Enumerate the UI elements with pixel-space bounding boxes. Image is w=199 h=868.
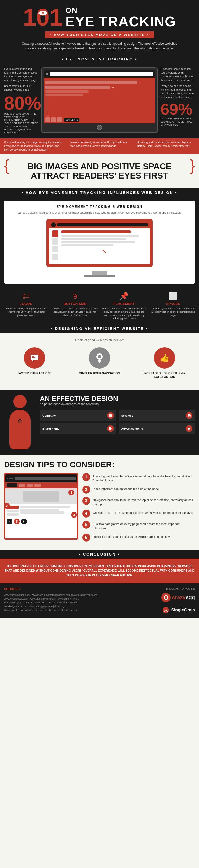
goals-text: Goals of good web design include: xyxy=(4,338,195,342)
main-line-5 xyxy=(61,244,113,246)
percent-69-label: OF USERS' TIME IS SPENT LOOKING AT THE L… xyxy=(161,117,195,127)
emt-section-header: • EYE MOVEMENT TRACKING • xyxy=(0,55,199,63)
gear-icon: ⚙ xyxy=(17,417,23,425)
tag-icon xyxy=(109,427,112,431)
svg-rect-5 xyxy=(32,356,34,357)
effective-item2-label: Services xyxy=(121,414,133,417)
singlegrain-wordmark: SingleGrain xyxy=(171,608,195,613)
website-mock: 1 2 xyxy=(4,473,78,540)
goal3-label: INCREASED USER RETURN & SATISFACTION xyxy=(134,371,195,379)
bottom-bar: COMMENTS xyxy=(45,117,154,122)
sidebar-icon3 xyxy=(52,246,58,252)
effective-right: AN EFFECTIVE DESIGN helps increase aware… xyxy=(40,395,195,434)
brought-by: BROUGHT TO YOU BY: xyxy=(166,587,195,590)
content-line1 xyxy=(20,505,70,508)
sources-title: SOURCES: xyxy=(4,587,137,591)
how-section-inner: EYE MOVEMENT TRACKING & WEB DESIGN Vario… xyxy=(4,201,195,283)
title-row: 101 ON EYE TRACKING xyxy=(3,5,196,29)
emt-left-note1: Eye movement tracking refers to the comp… xyxy=(4,67,38,82)
monitor-main-content: ↖ xyxy=(61,230,148,262)
curly-braces-row: { BIG IMAGES AND POSITIVE SPACE ATTRACT … xyxy=(4,159,195,183)
effective-item4-label: Advertisements xyxy=(121,427,143,430)
tablet-content: → → ↓ xyxy=(44,78,155,123)
singlegrain-icon xyxy=(162,606,170,614)
source-1: www.smashingmag.com | www.modernmarketin… xyxy=(4,593,137,597)
effective-grid: Company Services xyxy=(40,410,195,434)
grain-icon xyxy=(162,606,170,614)
icon3 xyxy=(57,117,62,122)
design-tips-title: DESIGN TIPS TO CONSIDER: xyxy=(4,460,195,469)
tip-text-1: Place logo at the top left of the site a… xyxy=(93,473,195,483)
source-4: webdesign.about.com | www.prototypingr.c… xyxy=(4,604,137,608)
icon1 xyxy=(45,117,50,122)
browser-body: 1 2 xyxy=(5,483,77,538)
conclusion-section-header: • CONCLUSION • xyxy=(0,550,199,559)
left-sidebar: 2 xyxy=(7,505,18,517)
source-5: books.google.com | us.alxechange.com | d… xyxy=(4,608,137,612)
number-101: 101 xyxy=(23,5,63,29)
conclusion-text: THE IMPORTANCE OF UNDERSTANDING CONSUMER… xyxy=(4,564,195,578)
nav-item1 xyxy=(18,484,25,487)
browser-header xyxy=(5,474,77,483)
col2-desc: Increasing the absolute or relative size… xyxy=(52,307,98,317)
person-body: ⚙ xyxy=(9,409,31,450)
how-section-header: • HOW EYE MOVEMENT TRACKING INFLUENCES W… xyxy=(0,188,199,197)
tablet-top-bar xyxy=(44,70,155,78)
crazyegg-egg-icon xyxy=(161,593,171,602)
tips-left: 1 2 xyxy=(4,473,78,545)
col4-desc: Visitors' eyes focus on blank spaces and… xyxy=(150,307,196,317)
emt-left-note2: Users maintain an "F/E" shaped viewing p… xyxy=(4,84,38,92)
tips-layout: 1 2 xyxy=(4,473,195,545)
main-area: 3 xyxy=(20,505,76,517)
tablet-url-bar xyxy=(50,72,153,76)
effective-item-company: Company xyxy=(40,410,117,421)
f-note-bar: When first landing on a page, usually th… xyxy=(0,138,199,154)
button-icon: 🖱 xyxy=(52,292,98,301)
bottom-area: 4 5 6 xyxy=(5,518,77,525)
svg-rect-10 xyxy=(109,414,112,417)
tip-number-6: 6 xyxy=(82,533,90,541)
monitor-wrapper: ↖ xyxy=(8,219,191,277)
f-note-right: Scanning text is extremely common in hig… xyxy=(137,141,195,148)
tip-number-4: 4 xyxy=(82,509,90,518)
goal1-label: FASTER INTERACTIONS xyxy=(4,371,65,375)
emt-section: Eye movement tracking refers to the comp… xyxy=(0,63,199,138)
badge-1: 1 xyxy=(69,490,74,495)
svg-point-8 xyxy=(98,355,101,358)
svg-rect-6 xyxy=(32,358,35,358)
placement-icon: 📌 xyxy=(101,292,147,301)
big-images-section: { BIG IMAGES AND POSITIVE SPACE ATTRACT … xyxy=(0,154,199,188)
how-description: Various usability studies and their find… xyxy=(8,211,191,215)
effective-left: ⚙ xyxy=(4,395,36,450)
comments-label: COMMENTS xyxy=(64,118,79,122)
col3-desc: Placing buttons and links that users mos… xyxy=(101,307,147,320)
person-head xyxy=(13,395,27,408)
percent-69-big: 69% xyxy=(161,101,195,117)
designing-section: Goals of good web design include: FASTER… xyxy=(0,333,199,390)
col4-title: SPACES xyxy=(150,302,196,306)
monitor-nav-bar xyxy=(49,222,150,228)
svg-point-18 xyxy=(110,428,110,428)
tip-row-3: 3 Navigation bars should be across the t… xyxy=(82,497,195,506)
col-placement: 📌 PLACEMENT Placing buttons and links th… xyxy=(101,292,147,320)
goal-return: 👍 INCREASED USER RETURN & SATISFACTION xyxy=(134,347,195,379)
f-line-row1: → xyxy=(45,80,154,84)
sidebar-item3 xyxy=(7,513,18,516)
four-columns: 🏷 LOGOS Logos and brands on top left sid… xyxy=(0,288,199,324)
effective-title: AN EFFECTIVE DESIGN xyxy=(40,395,195,403)
tip-text-5: First two paragraphs on every page shoul… xyxy=(93,521,195,530)
col1-title: LOGOS xyxy=(3,302,49,306)
f-pattern-area: → → xyxy=(45,80,154,97)
monitor-sidebar xyxy=(51,230,59,262)
nav-item3 xyxy=(35,484,41,487)
monitor-content: ↖ xyxy=(49,228,150,264)
page-header: 101 ON EYE TRACKING • HOW YOUR EYES MOVE… xyxy=(0,0,199,55)
effective-item-services: Services xyxy=(119,410,195,421)
goal2-label: SIMPLER USER NAVIGATION xyxy=(69,371,130,375)
singlegrain-brand: SingleGrain xyxy=(162,606,195,614)
goal-navigation: SIMPLER USER NAVIGATION xyxy=(69,347,130,379)
chat-icon xyxy=(29,352,40,363)
sidebar-item2 xyxy=(7,509,18,512)
col3-title: PLACEMENT xyxy=(101,302,147,306)
effective-item1-icon xyxy=(107,412,114,419)
